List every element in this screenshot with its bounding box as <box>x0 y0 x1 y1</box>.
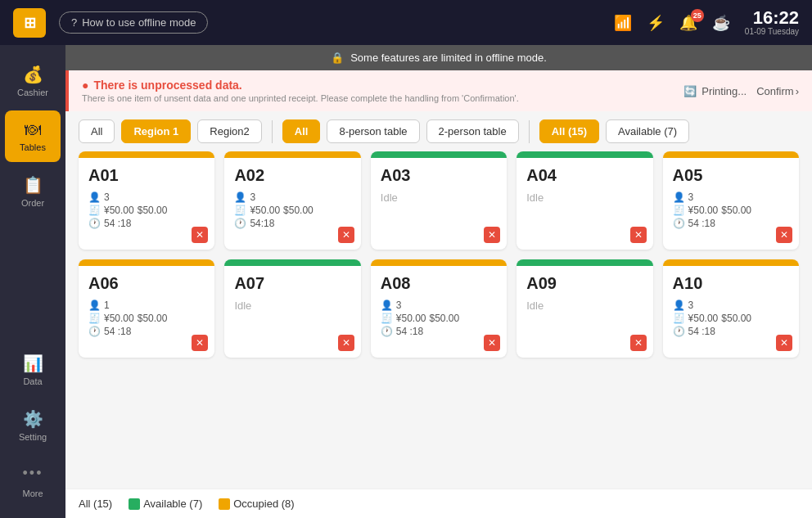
chevron-right-icon: › <box>796 85 799 97</box>
filter-region1[interactable]: Region 1 <box>121 119 191 143</box>
table-time-row: 🕐 54 :18 <box>88 326 205 337</box>
sidebar-item-order[interactable]: 📋 Order <box>5 165 61 218</box>
wifi-icon: 📶 <box>614 14 632 32</box>
legend-available: Available (7) <box>129 498 202 510</box>
price-yen: ¥50.00 <box>396 313 426 324</box>
table-guests-row: 👤 3 <box>88 191 205 203</box>
price-yen: ¥50.00 <box>688 205 719 216</box>
table-card-a06[interactable]: A06👤 1🧾 ¥50.00 $50.00🕐 54 :18✕ <box>79 259 214 358</box>
table-idle-label: Idle <box>381 191 497 204</box>
time-icon: 🕐 <box>88 218 101 229</box>
filter-type-2[interactable]: 2-person table <box>426 119 519 143</box>
price-yen: ¥50.00 <box>688 313 719 324</box>
table-card-top <box>79 259 214 266</box>
help-button[interactable]: ? How to use offline mode <box>59 11 208 34</box>
sidebar-item-setting[interactable]: ⚙️ Setting <box>5 399 61 452</box>
table-time-row: 🕐 54:18 <box>234 218 350 229</box>
order-label: Order <box>21 198 44 208</box>
guest-count: 1 <box>104 300 110 311</box>
table-idle-label: Idle <box>526 300 643 312</box>
table-card-a08[interactable]: A08👤 3🧾 ¥50.00 $50.00🕐 54 :18✕ <box>371 259 507 358</box>
table-card-body: A09Idle <box>517 266 652 320</box>
table-idle-label: Idle <box>526 191 643 204</box>
available-dot <box>129 498 140 510</box>
price-yen: ¥50.00 <box>250 205 280 216</box>
tables-grid: A01👤 3🧾 ¥50.00 $50.00🕐 54 :18✕A02👤 3🧾 ¥5… <box>65 151 812 489</box>
table-close-button[interactable]: ✕ <box>630 227 647 243</box>
guest-count: 3 <box>104 191 110 203</box>
notification-icon[interactable]: 🔔 25 <box>679 14 697 32</box>
confirm-button[interactable]: Confirm › <box>756 85 799 97</box>
price-icon: 🧾 <box>234 205 246 216</box>
table-name: A09 <box>526 274 643 293</box>
table-card-a03[interactable]: A03Idle✕ <box>371 151 507 250</box>
table-close-button[interactable]: ✕ <box>192 227 208 243</box>
table-time: 54 :18 <box>104 218 131 229</box>
price-icon: 🧾 <box>88 313 101 324</box>
setting-icon: ⚙️ <box>23 409 43 429</box>
price-icon: 🧾 <box>381 313 393 324</box>
table-card-a02[interactable]: A02👤 3🧾 ¥50.00 $50.00🕐 54:18✕ <box>224 151 360 250</box>
table-card-a01[interactable]: A01👤 3🧾 ¥50.00 $50.00🕐 54 :18✕ <box>79 151 214 250</box>
table-time-row: 🕐 54 :18 <box>673 218 789 229</box>
table-name: A03 <box>381 166 497 185</box>
table-price-row: 🧾 ¥50.00 $50.00 <box>381 313 497 324</box>
table-guests-row: 👤 3 <box>381 300 497 311</box>
help-label: How to use offline mode <box>82 16 196 29</box>
table-close-button[interactable]: ✕ <box>338 227 354 243</box>
order-icon: 📋 <box>23 175 43 195</box>
notification-badge: 25 <box>691 9 704 22</box>
filter-all-region[interactable]: All <box>79 119 115 143</box>
offline-icon: 🔒 <box>331 52 344 64</box>
filter-divider-2 <box>529 120 530 143</box>
table-time: 54 :18 <box>104 326 131 337</box>
table-name: A10 <box>673 274 789 293</box>
warning-subtitle: There is one item of unsent data and one… <box>82 93 519 103</box>
table-card-a09[interactable]: A09Idle✕ <box>517 259 652 358</box>
warning-bar: ● There is unprocessed data. There is on… <box>65 70 812 111</box>
sidebar-item-cashier[interactable]: 💰 Cashier <box>5 55 61 107</box>
table-card-body: A08👤 3🧾 ¥50.00 $50.00🕐 54 :18 <box>371 266 507 345</box>
guest-count: 3 <box>396 300 402 311</box>
table-close-button[interactable]: ✕ <box>776 227 792 243</box>
table-card-a05[interactable]: A05👤 3🧾 ¥50.00 $50.00🕐 54 :18✕ <box>663 151 799 250</box>
table-guests-row: 👤 3 <box>234 191 350 203</box>
table-close-button[interactable]: ✕ <box>484 227 500 243</box>
more-label: More <box>22 489 43 498</box>
logo: ⊞ <box>13 8 46 38</box>
table-time: 54 :18 <box>396 326 423 337</box>
table-time-row: 🕐 54 :18 <box>381 326 497 337</box>
time-icon: 🕐 <box>673 218 685 229</box>
guest-count: 3 <box>688 300 694 311</box>
filter-status-available[interactable]: Available (7) <box>606 119 689 143</box>
sidebar-item-tables[interactable]: 🍽 Tables <box>5 110 61 162</box>
table-info: 👤 3🧾 ¥50.00 $50.00🕐 54 :18 <box>88 191 205 229</box>
filter-status-all[interactable]: All (15) <box>539 119 599 143</box>
table-name: A07 <box>234 274 350 293</box>
table-card-a04[interactable]: A04Idle✕ <box>517 151 652 250</box>
cashier-label: Cashier <box>17 88 48 97</box>
table-card-a10[interactable]: A10👤 3🧾 ¥50.00 $50.00🕐 54 :18✕ <box>663 259 799 358</box>
table-card-body: A04Idle <box>517 158 652 212</box>
occupied-dot <box>219 498 230 510</box>
table-close-button[interactable]: ✕ <box>776 335 792 351</box>
table-close-button[interactable]: ✕ <box>630 335 647 351</box>
sidebar: 💰 Cashier 🍽 Tables 📋 Order 📊 Data ⚙️ Set… <box>0 45 65 518</box>
table-card-body: A10👤 3🧾 ¥50.00 $50.00🕐 54 :18 <box>663 266 799 345</box>
filter-type-8[interactable]: 8-person table <box>327 119 419 143</box>
time-icon: 🕐 <box>673 326 685 337</box>
date-display: 01-09 Tuesday <box>745 27 799 36</box>
sidebar-item-data[interactable]: 📊 Data <box>5 344 61 396</box>
table-close-button[interactable]: ✕ <box>338 335 354 351</box>
table-card-body: A03Idle <box>371 158 507 212</box>
table-guests-row: 👤 3 <box>673 300 789 311</box>
table-card-top <box>663 151 799 158</box>
filter-region2[interactable]: Region2 <box>197 119 261 143</box>
more-icon: ••• <box>23 465 43 482</box>
table-guests-row: 👤 1 <box>88 300 205 311</box>
table-close-button[interactable]: ✕ <box>484 335 500 351</box>
sidebar-item-more[interactable]: ••• More <box>5 455 61 508</box>
table-close-button[interactable]: ✕ <box>192 335 208 351</box>
table-card-a07[interactable]: A07Idle✕ <box>224 259 360 358</box>
filter-type-all[interactable]: All <box>282 119 321 143</box>
